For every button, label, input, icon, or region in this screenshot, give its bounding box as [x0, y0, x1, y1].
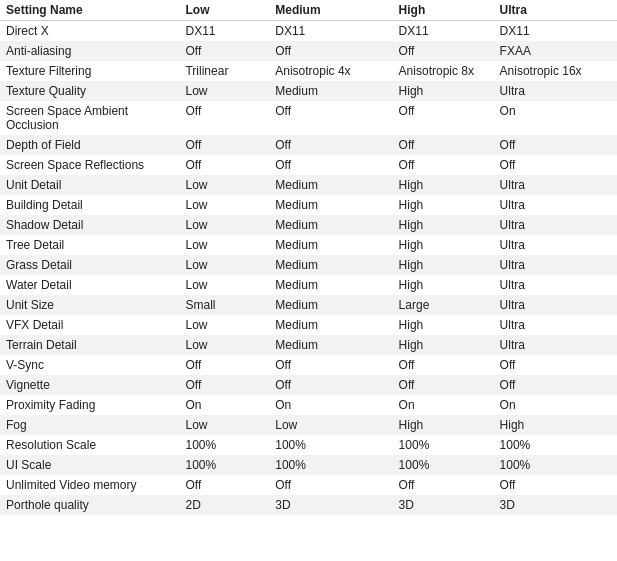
setting-value-cell: DX11 — [393, 21, 494, 42]
table-row: UI Scale100%100%100%100% — [0, 455, 617, 475]
setting-value-cell: Small — [179, 295, 269, 315]
setting-value-cell: 100% — [393, 455, 494, 475]
table-row: VignetteOffOffOffOff — [0, 375, 617, 395]
setting-name-cell: Unit Size — [0, 295, 179, 315]
setting-name-cell: Porthole quality — [0, 495, 179, 515]
setting-value-cell: FXAA — [494, 41, 617, 61]
setting-value-cell: 3D — [393, 495, 494, 515]
setting-name-cell: Water Detail — [0, 275, 179, 295]
setting-name-cell: Building Detail — [0, 195, 179, 215]
setting-name-cell: Unlimited Video memory — [0, 475, 179, 495]
setting-value-cell: High — [393, 275, 494, 295]
setting-value-cell: High — [393, 335, 494, 355]
setting-value-cell: Medium — [269, 175, 392, 195]
setting-name-cell: UI Scale — [0, 455, 179, 475]
table-row: Porthole quality2D3D3D3D — [0, 495, 617, 515]
setting-value-cell: Medium — [269, 335, 392, 355]
setting-name-cell: Anti-aliasing — [0, 41, 179, 61]
header-low: Low — [179, 0, 269, 21]
setting-value-cell: Ultra — [494, 175, 617, 195]
setting-value-cell: 100% — [179, 455, 269, 475]
setting-value-cell: Off — [494, 155, 617, 175]
setting-value-cell: Off — [393, 155, 494, 175]
setting-name-cell: Fog — [0, 415, 179, 435]
setting-value-cell: High — [393, 195, 494, 215]
setting-value-cell: Medium — [269, 81, 392, 101]
setting-value-cell: Low — [179, 415, 269, 435]
setting-value-cell: Off — [179, 375, 269, 395]
setting-name-cell: Tree Detail — [0, 235, 179, 255]
setting-value-cell: 100% — [494, 455, 617, 475]
setting-value-cell: 2D — [179, 495, 269, 515]
setting-value-cell: High — [494, 415, 617, 435]
setting-value-cell: Low — [179, 81, 269, 101]
setting-value-cell: Medium — [269, 235, 392, 255]
header-setting: Setting Name — [0, 0, 179, 21]
setting-name-cell: Unit Detail — [0, 175, 179, 195]
setting-value-cell: High — [393, 235, 494, 255]
setting-value-cell: Trilinear — [179, 61, 269, 81]
table-row: Unit DetailLowMediumHighUltra — [0, 175, 617, 195]
table-row: Direct XDX11DX11DX11DX11 — [0, 21, 617, 42]
table-row: V-SyncOffOffOffOff — [0, 355, 617, 375]
table-row: Screen Space ReflectionsOffOffOffOff — [0, 155, 617, 175]
setting-name-cell: Shadow Detail — [0, 215, 179, 235]
table-row: Unit SizeSmallMediumLargeUltra — [0, 295, 617, 315]
setting-value-cell: Off — [393, 375, 494, 395]
setting-value-cell: High — [393, 81, 494, 101]
table-row: Texture FilteringTrilinearAnisotropic 4x… — [0, 61, 617, 81]
setting-value-cell: Off — [269, 475, 392, 495]
setting-value-cell: Low — [179, 275, 269, 295]
setting-value-cell: Ultra — [494, 295, 617, 315]
setting-value-cell: Off — [269, 41, 392, 61]
setting-value-cell: Off — [179, 101, 269, 135]
setting-value-cell: Off — [393, 355, 494, 375]
setting-value-cell: Medium — [269, 255, 392, 275]
setting-value-cell: Off — [393, 101, 494, 135]
table-row: Building DetailLowMediumHighUltra — [0, 195, 617, 215]
table-row: Water DetailLowMediumHighUltra — [0, 275, 617, 295]
setting-name-cell: Depth of Field — [0, 135, 179, 155]
setting-value-cell: DX11 — [494, 21, 617, 42]
setting-name-cell: Texture Filtering — [0, 61, 179, 81]
setting-name-cell: Resolution Scale — [0, 435, 179, 455]
setting-name-cell: Screen Space Reflections — [0, 155, 179, 175]
setting-value-cell: 100% — [179, 435, 269, 455]
table-header-row: Setting Name Low Medium High Ultra — [0, 0, 617, 21]
setting-value-cell: High — [393, 215, 494, 235]
setting-value-cell: Anisotropic 8x — [393, 61, 494, 81]
setting-value-cell: Low — [179, 215, 269, 235]
setting-value-cell: Off — [494, 375, 617, 395]
setting-value-cell: 3D — [494, 495, 617, 515]
setting-value-cell: Off — [179, 475, 269, 495]
setting-value-cell: High — [393, 255, 494, 275]
setting-value-cell: Off — [179, 41, 269, 61]
setting-value-cell: Off — [494, 355, 617, 375]
setting-value-cell: On — [494, 101, 617, 135]
setting-value-cell: Medium — [269, 315, 392, 335]
header-medium: Medium — [269, 0, 392, 21]
setting-value-cell: Ultra — [494, 215, 617, 235]
setting-name-cell: Direct X — [0, 21, 179, 42]
setting-name-cell: VFX Detail — [0, 315, 179, 335]
setting-value-cell: Medium — [269, 275, 392, 295]
setting-value-cell: Ultra — [494, 275, 617, 295]
setting-value-cell: Low — [179, 255, 269, 275]
setting-value-cell: Ultra — [494, 255, 617, 275]
setting-value-cell: Low — [179, 335, 269, 355]
setting-value-cell: Ultra — [494, 81, 617, 101]
setting-value-cell: Off — [269, 155, 392, 175]
setting-name-cell: Terrain Detail — [0, 335, 179, 355]
table-row: Grass DetailLowMediumHighUltra — [0, 255, 617, 275]
setting-value-cell: Off — [393, 475, 494, 495]
setting-value-cell: Medium — [269, 195, 392, 215]
setting-value-cell: DX11 — [179, 21, 269, 42]
setting-value-cell: 3D — [269, 495, 392, 515]
setting-name-cell: Screen Space Ambient Occlusion — [0, 101, 179, 135]
setting-value-cell: Off — [393, 41, 494, 61]
table-row: VFX DetailLowMediumHighUltra — [0, 315, 617, 335]
setting-value-cell: Low — [179, 235, 269, 255]
setting-value-cell: Off — [179, 135, 269, 155]
table-row: Tree DetailLowMediumHighUltra — [0, 235, 617, 255]
setting-value-cell: Off — [179, 155, 269, 175]
